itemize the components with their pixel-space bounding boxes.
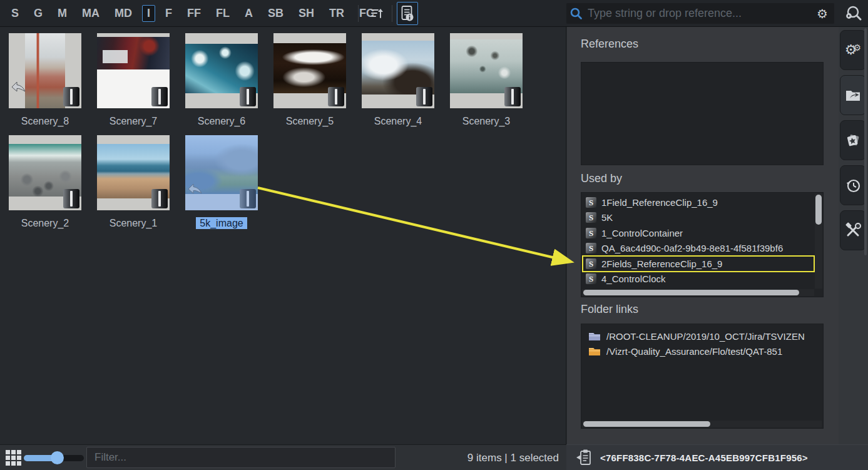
thumbnail-label: Scenery_2: [9, 218, 81, 229]
thumbnail-label: Scenery_1: [97, 218, 170, 229]
folder-links-title: Folder links: [581, 303, 638, 316]
panel-splitter[interactable]: [864, 28, 867, 255]
used-by-label: 1_ControlContainer: [601, 228, 683, 238]
used-by-label: 4_ControlClock: [601, 273, 666, 284]
search-input[interactable]: [588, 7, 813, 20]
tab-TR[interactable]: TR: [324, 5, 349, 22]
info-document-icon: [401, 5, 414, 22]
grid-view-icon[interactable]: [5, 449, 22, 466]
blue-folder-icon: [588, 331, 601, 341]
thumbnail-image[interactable]: [185, 135, 258, 210]
image-type-badge: [151, 189, 168, 208]
uuid-bar: <76FF838C-7F78-4AEC-A45EB997CFB1F956>: [566, 444, 868, 470]
used-by-vertical-scrollbar[interactable]: [815, 193, 822, 289]
orange-folder-icon: [588, 346, 601, 356]
thumbnail-image[interactable]: [9, 33, 81, 108]
used-by-list[interactable]: S1Field_ReferenceClip_16_9S5KS1_ControlC…: [581, 192, 824, 297]
tab-MA[interactable]: MA: [77, 5, 105, 22]
thumbnail-Scenery_4[interactable]: Scenery_4: [362, 33, 434, 127]
folder-link-item[interactable]: /Vizrt-Quality_Assurance/Flo/test/QAT-85…: [586, 344, 813, 359]
tab-SH[interactable]: SH: [294, 5, 319, 22]
tab-M[interactable]: M: [53, 5, 72, 22]
scrollbar-thumb[interactable]: [583, 421, 710, 427]
image-type-badge: [328, 87, 344, 106]
folder-links-horizontal-scrollbar[interactable]: [582, 421, 822, 427]
thumbnail-size-slider[interactable]: [24, 455, 84, 461]
asset-grid-canvas[interactable]: Scenery_8Scenery_7Scenery_6Scenery_5Scen…: [0, 27, 566, 444]
references-list[interactable]: [581, 62, 824, 165]
thumbnail-Scenery_7[interactable]: Scenery_7: [97, 33, 170, 127]
filter-input[interactable]: [87, 447, 395, 467]
used-by-label: 5K: [601, 212, 613, 223]
tag-star-icon: [845, 133, 861, 148]
folder-links-list[interactable]: /ROOT-CLEANUP/2019/10_OCT/Jira/TSVIZEN/V…: [581, 324, 824, 429]
thumbnail-image[interactable]: [362, 33, 434, 108]
thumbnail-image[interactable]: [185, 33, 258, 108]
scrollbar-thumb[interactable]: [583, 290, 799, 295]
side-tab-keywords-tag[interactable]: [840, 120, 866, 160]
thumbnail-Scenery_6[interactable]: Scenery_6: [185, 33, 258, 127]
thumbnail-Scenery_8[interactable]: Scenery_8: [9, 33, 81, 127]
thumbnail-image[interactable]: [273, 33, 346, 108]
tab-MD[interactable]: MD: [110, 5, 137, 22]
thumbnail-image[interactable]: [97, 135, 170, 210]
used-by-item[interactable]: S2Fields_ReferenceClip_16_9: [584, 256, 813, 272]
uuid-value[interactable]: <76FF838C-7F78-4AEC-A45EB997CFB1F956>: [600, 452, 808, 463]
tab-A[interactable]: A: [240, 5, 258, 22]
used-by-item[interactable]: S1_ControlContainer: [584, 225, 813, 241]
gears-icon: ⚙⚙: [845, 43, 861, 57]
thumbnail-5k_image[interactable]: 5k_image: [185, 135, 258, 229]
scene-icon: S: [586, 228, 596, 238]
thumbnail-Scenery_3[interactable]: Scenery_3: [450, 33, 523, 127]
photo-art: [450, 39, 523, 93]
references-title: References: [581, 38, 638, 51]
scene-icon: S: [586, 243, 596, 253]
tab-G[interactable]: G: [29, 5, 48, 22]
used-by-item[interactable]: SQA_6ac4d90c-0af2-9b49-8e81-4f581f39bf6: [584, 241, 813, 257]
photo-art: [273, 43, 346, 93]
thumbnail-label: Scenery_8: [9, 116, 81, 127]
used-by-title: Used by: [581, 172, 622, 185]
side-tab-tools[interactable]: [840, 210, 866, 250]
search-icon: [566, 7, 588, 21]
advanced-search-button[interactable]: [844, 4, 864, 26]
side-tab-history[interactable]: [840, 165, 866, 205]
sort-ascending-icon: [370, 7, 385, 21]
thumbnail-image[interactable]: [9, 135, 81, 210]
used-by-horizontal-scrollbar[interactable]: [582, 289, 814, 296]
scrollbar-thumb[interactable]: [815, 195, 822, 225]
search-settings-gear-icon[interactable]: ⚙: [817, 8, 828, 20]
used-by-label: QA_6ac4d90c-0af2-9b49-8e81-4f581f39bf6: [601, 243, 783, 253]
folder-path: /Vizrt-Quality_Assurance/Flo/test/QAT-85…: [606, 346, 782, 357]
sort-button[interactable]: [367, 4, 388, 23]
side-tab-settings-gears[interactable]: ⚙⚙: [840, 30, 866, 70]
used-by-item[interactable]: S5K: [584, 210, 813, 226]
image-type-badge: [240, 87, 256, 106]
used-by-item[interactable]: S4_ControlClock: [584, 272, 813, 287]
used-by-item[interactable]: S1Field_ReferenceClip_16_9: [584, 195, 813, 210]
photo-art: [25, 33, 66, 108]
thumbnail-Scenery_5[interactable]: Scenery_5: [273, 33, 346, 127]
folder-path: /ROOT-CLEANUP/2019/10_OCT/Jira/TSVIZEN: [606, 331, 805, 342]
paste-reference-icon[interactable]: [576, 449, 593, 466]
used-by-item[interactable]: SReferenceClip_16_9_control_clock: [584, 287, 813, 289]
thumbnail-image[interactable]: [450, 33, 523, 108]
thumbnail-Scenery_2[interactable]: Scenery_2: [9, 135, 81, 229]
thumbnail-label: 5k_image: [185, 218, 258, 229]
thumbnail-Scenery_1[interactable]: Scenery_1: [97, 135, 170, 229]
thumbnail-image[interactable]: [97, 33, 170, 108]
scene-icon: S: [586, 197, 596, 208]
item-info-button[interactable]: [397, 2, 418, 25]
tab-FL[interactable]: FL: [211, 5, 235, 22]
used-by-rows: S1Field_ReferenceClip_16_9S5KS1_ControlC…: [584, 195, 813, 289]
tab-S[interactable]: S: [6, 5, 24, 22]
side-tab-folder-links[interactable]: [840, 75, 866, 115]
tab-I[interactable]: I: [142, 5, 155, 22]
selection-status: 9 items | 1 selected: [467, 445, 559, 470]
folder-link-item[interactable]: /ROOT-CLEANUP/2019/10_OCT/Jira/TSVIZEN: [586, 329, 813, 344]
slider-thumb[interactable]: [51, 451, 64, 464]
thumbnail-label: Scenery_5: [273, 116, 346, 127]
tab-FF[interactable]: FF: [182, 5, 206, 22]
tab-F[interactable]: F: [160, 5, 177, 22]
tab-SB[interactable]: SB: [263, 5, 288, 22]
